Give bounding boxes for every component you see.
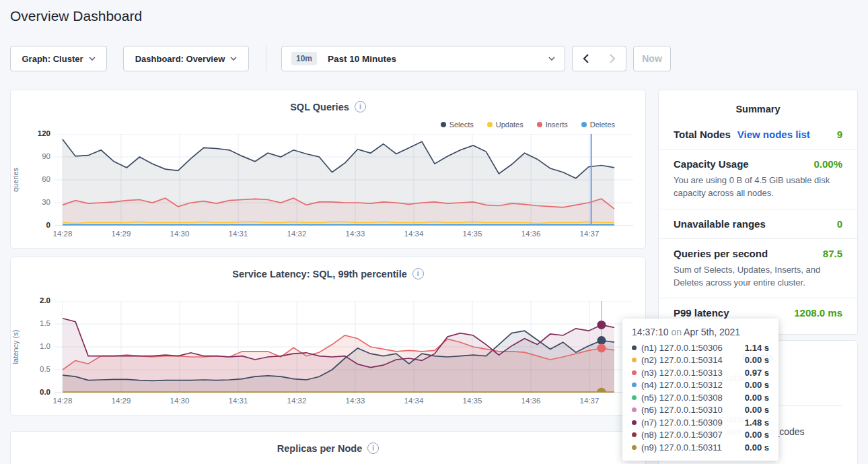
node-address: (n2) 127.0.0.1:50314 <box>641 355 723 365</box>
sql-queries-plot[interactable]: queries 030609012014:2814:2914:3014:3114… <box>55 134 633 226</box>
node-latency-value: 0.97 s <box>745 368 769 378</box>
x-tick-label: 14:29 <box>104 230 138 238</box>
metric-label: Unavailable ranges <box>674 218 766 230</box>
page-title: Overview Dashboard <box>10 8 142 24</box>
legend-swatch <box>487 122 493 127</box>
x-tick-label: 14:37 <box>573 397 606 405</box>
axis-y-label: latency (s) <box>11 330 20 364</box>
summary-panel: Summary Total Nodes View nodes list 9 Ca… <box>658 90 858 335</box>
time-range-badge: 10m <box>291 52 317 65</box>
chart-panel-replicas-per-node: Replicas per Node i <box>10 431 646 464</box>
tooltip-row: (n3) 127.0.0.1:503130.97 s <box>632 366 769 379</box>
metric-label: P99 latency <box>674 307 729 319</box>
toolbar-divider <box>266 46 266 71</box>
latency-tooltip: 14:37:10 on Apr 5th, 2021 (n1) 127.0.0.1… <box>622 319 779 461</box>
time-range-selector[interactable]: 10m Past 10 Minutes <box>281 46 565 71</box>
metric-desc: You are using 0 B of 4.5 GiB usable disk… <box>674 174 842 200</box>
summary-title: Summary <box>659 90 857 120</box>
metric-label: Queries per second <box>674 248 768 259</box>
crosshair-dot <box>597 336 606 345</box>
node-latency-value: 0.00 s <box>745 393 769 403</box>
y-tick-label: 1.0 <box>24 342 50 350</box>
y-tick-label: 0 <box>24 221 50 229</box>
metric-label: Capacity Usage <box>674 158 749 170</box>
x-tick-label: 14:34 <box>397 230 431 238</box>
legend-swatch <box>441 122 446 127</box>
node-latency-value: 1.48 s <box>745 418 769 428</box>
chart-legend: SelectsUpdatesInsertsDeletes <box>441 121 615 129</box>
next-range-button[interactable] <box>599 46 626 71</box>
y-tick-label: 0.0 <box>24 388 50 396</box>
node-latency-value: 1.14 s <box>745 343 769 353</box>
metric-value: 87.5 <box>823 248 842 259</box>
x-tick-label: 14:28 <box>46 397 79 405</box>
metric-value: 0.00% <box>813 158 842 170</box>
nodes-list-link[interactable]: View nodes list <box>737 129 810 140</box>
legend-item-deletes[interactable]: Deletes <box>581 121 615 129</box>
graph-dropdown[interactable]: Graph: Cluster <box>10 46 107 71</box>
tooltip-date: Apr 5th, 2021 <box>684 327 740 337</box>
time-range-label: Past 10 Minutes <box>328 54 396 64</box>
tooltip-row: (n1) 127.0.0.1:503061.14 s <box>632 341 769 354</box>
tooltip-time: 14:37:10 on Apr 5th, 2021 <box>632 327 769 337</box>
info-icon[interactable]: i <box>367 442 379 454</box>
legend-item-inserts[interactable]: Inserts <box>537 121 568 129</box>
chevron-left-icon <box>583 54 589 63</box>
x-tick-label: 14:33 <box>338 230 372 238</box>
node-address: (n3) 127.0.0.1:50313 <box>641 368 723 378</box>
chart-panel-sql-queries: SQL Queries i SelectsUpdatesInsertsDelet… <box>10 90 646 248</box>
y-tick-label: 1.5 <box>24 319 50 327</box>
node-latency-value: 0.00 s <box>745 442 769 453</box>
graph-dropdown-label: Graph: Cluster <box>22 54 83 64</box>
x-tick-label: 14:30 <box>163 397 196 405</box>
dashboard-dropdown[interactable]: Dashboard: Overview <box>123 46 249 71</box>
node-latency-value: 0.00 s <box>745 405 769 415</box>
summary-row-total-nodes: Total Nodes View nodes list 9 <box>659 120 857 149</box>
y-tick-label: 30 <box>24 198 50 206</box>
node-color-dot <box>632 420 637 425</box>
metric-desc: Sum of Selects, Updates, Inserts, and De… <box>674 264 842 290</box>
info-icon[interactable]: i <box>412 268 424 279</box>
node-latency-value: 0.00 s <box>745 430 769 440</box>
y-tick-label: 2.0 <box>24 296 50 304</box>
tooltip-rows: (n1) 127.0.0.1:503061.14 s(n2) 127.0.0.1… <box>632 341 769 454</box>
summary-row-qps: Queries per second 87.5 Sum of Selects, … <box>659 238 857 298</box>
tooltip-row: (n5) 127.0.0.1:503080.00 s <box>632 391 769 404</box>
tooltip-row: (n8) 127.0.0.1:503070.00 s <box>632 429 769 442</box>
summary-row-capacity: Capacity Usage 0.00% You are using 0 B o… <box>659 149 857 209</box>
node-latency-value: 0.00 s <box>745 380 769 390</box>
node-color-dot <box>632 395 637 400</box>
info-icon[interactable]: i <box>355 101 366 112</box>
x-tick-label: 14:35 <box>456 230 489 238</box>
metric-label: Total Nodes <box>674 129 731 140</box>
node-color-dot <box>632 432 637 437</box>
node-color-dot <box>632 445 637 450</box>
x-tick-label: 14:30 <box>163 230 196 238</box>
chart-title: Replicas per Node i <box>11 432 645 454</box>
tooltip-row: (n2) 127.0.0.1:503140.00 s <box>632 354 769 367</box>
node-color-dot <box>632 358 637 362</box>
chevron-down-icon <box>548 57 555 61</box>
tooltip-row: (n9) 127.0.0.1:503110.00 s <box>632 441 769 454</box>
chart-title-text: Replicas per Node <box>277 443 363 454</box>
now-button[interactable]: Now <box>633 46 671 71</box>
crosshair-dot <box>597 321 606 329</box>
x-tick-label: 14:28 <box>46 230 79 238</box>
node-address: (n9) 127.0.0.1:50311 <box>641 442 722 453</box>
legend-item-updates[interactable]: Updates <box>487 121 523 129</box>
x-tick-label: 14:34 <box>397 397 431 405</box>
x-tick-label: 14:32 <box>280 397 314 405</box>
prev-range-button[interactable] <box>572 46 600 71</box>
crosshair-dot <box>597 344 606 353</box>
node-address: (n8) 127.0.0.1:50307 <box>641 430 723 440</box>
legend-swatch <box>537 122 542 127</box>
legend-item-selects[interactable]: Selects <box>441 121 474 129</box>
legend-swatch <box>581 122 587 127</box>
chart-title: Service Latency: SQL, 99th percentile i <box>11 257 645 279</box>
node-color-dot <box>632 345 637 350</box>
x-tick-label: 14:33 <box>338 397 372 405</box>
service-latency-plot[interactable]: latency (s) 0.00.51.01.52.014:2814:2914:… <box>55 301 633 393</box>
x-tick-label: 14:29 <box>104 397 138 405</box>
node-color-dot <box>632 383 637 387</box>
chart-panel-service-latency: Service Latency: SQL, 99th percentile i … <box>10 257 646 416</box>
